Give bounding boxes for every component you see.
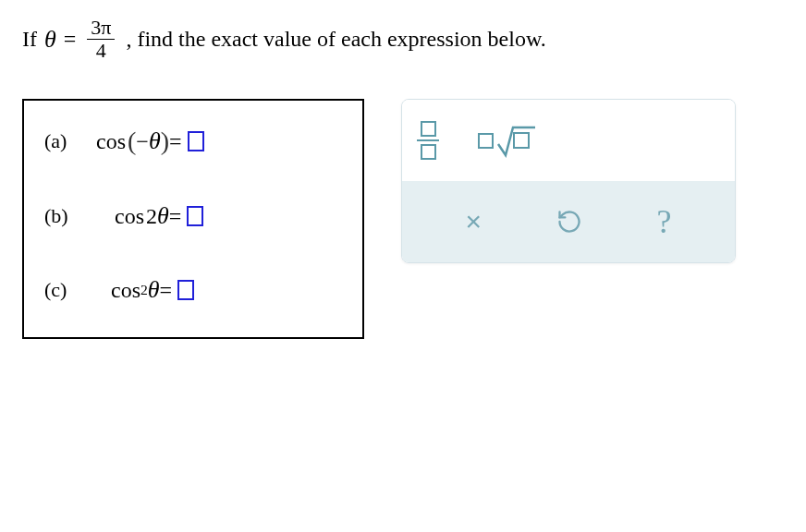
- help-button[interactable]: ?: [657, 202, 672, 241]
- sqrt-tool-button[interactable]: [478, 122, 537, 159]
- reset-button[interactable]: [556, 209, 582, 235]
- theta-value-fraction: 3π 4: [87, 17, 115, 62]
- reset-icon: [556, 209, 582, 235]
- theta-arg: θ: [157, 202, 169, 230]
- fraction-numerator: 3π: [87, 17, 115, 40]
- help-icon: ?: [657, 202, 672, 241]
- theta-symbol: θ: [44, 26, 56, 54]
- theta-arg: θ: [148, 276, 160, 304]
- fraction-icon: [417, 121, 439, 160]
- coef-2: 2: [146, 204, 157, 229]
- close-icon: ×: [465, 206, 482, 237]
- cos-func: cos: [96, 129, 126, 154]
- theta-arg: θ: [149, 127, 161, 155]
- problem-b: (b) cos 2 θ =: [44, 202, 335, 230]
- instruction-text: , find the exact value of each expressio…: [126, 27, 545, 52]
- toolbox-actions-row: × ?: [402, 181, 735, 262]
- equals: =: [169, 129, 182, 154]
- problem-label-a: (a): [44, 129, 96, 153]
- clear-button[interactable]: ×: [465, 206, 482, 237]
- cos-func: cos: [115, 204, 144, 229]
- problems-box: (a) cos ( − θ ) = (b) cos 2 θ = (c) cos …: [22, 99, 364, 339]
- neg-sign: −: [136, 129, 149, 154]
- problem-a: (a) cos ( − θ ) =: [44, 127, 335, 156]
- if-text: If: [22, 27, 37, 52]
- exponent-2: 2: [140, 282, 148, 298]
- sqrt-icon: [478, 122, 537, 159]
- toolbox-symbols-row: [402, 100, 735, 181]
- answer-input-b[interactable]: [187, 206, 203, 226]
- arg-open: (: [128, 127, 136, 156]
- fraction-denominator: 4: [92, 40, 110, 62]
- arg-close: ): [161, 127, 169, 156]
- fraction-tool-button[interactable]: [417, 121, 439, 160]
- equals: =: [169, 204, 182, 229]
- problem-label-c: (c): [44, 278, 96, 302]
- equals-sign: =: [64, 27, 77, 52]
- answer-input-c[interactable]: [177, 280, 194, 300]
- problem-statement: If θ = 3π 4 , find the exact value of ea…: [22, 17, 784, 62]
- equals: =: [160, 278, 173, 303]
- math-toolbox: × ?: [401, 99, 736, 263]
- answer-input-a[interactable]: [188, 131, 204, 151]
- problem-label-b: (b): [44, 204, 96, 228]
- cos-func: cos: [111, 278, 140, 303]
- problem-c: (c) cos 2 θ =: [44, 276, 335, 304]
